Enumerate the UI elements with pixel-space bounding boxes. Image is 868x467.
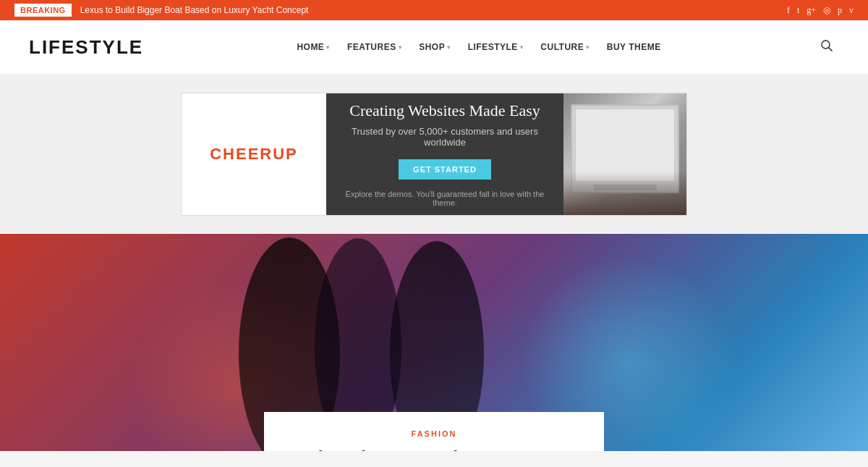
article-section: FASHION This Life Drawing Class Uses Neo…	[0, 234, 868, 451]
ad-banner: CHEERUP Creating Websites Made Easy Trus…	[181, 93, 687, 216]
article-title[interactable]: This Life Drawing Class Uses Neon Lighti…	[286, 445, 582, 451]
article-card: FASHION This Life Drawing Class Uses Neo…	[264, 412, 604, 451]
ad-content: Creating Websites Made Easy Trusted by o…	[326, 93, 563, 215]
hand-overlay	[563, 172, 686, 215]
ad-logo-panel: CHEERUP	[182, 93, 326, 215]
ad-section: CHEERUP Creating Websites Made Easy Trus…	[0, 75, 868, 234]
chevron-down-icon: ▾	[586, 44, 590, 51]
twitter-icon[interactable]: t	[797, 5, 799, 16]
cheerup-logo: CHEERUP	[210, 145, 298, 164]
nav-lifestyle[interactable]: LIFESTYLE ▾	[461, 36, 531, 58]
laptop-screen	[575, 109, 675, 182]
ad-note: Explore the demos. You'll guaranteed fal…	[341, 190, 549, 207]
social-icons: f t g+ ◎ p v	[787, 5, 854, 16]
site-logo[interactable]: LIFESTYLE	[29, 36, 143, 59]
nav-features[interactable]: FEATURES ▾	[340, 36, 409, 58]
ad-subtitle: Trusted by over 5,000+ customers and use…	[341, 126, 549, 148]
chevron-down-icon: ▾	[399, 44, 402, 51]
header: LIFESTYLE HOME ▾ FEATURES ▾ SHOP ▾ LIFES…	[0, 20, 868, 75]
instagram-icon[interactable]: ◎	[823, 5, 830, 16]
article-category[interactable]: FASHION	[286, 429, 582, 438]
ad-image-panel	[563, 93, 686, 215]
facebook-icon[interactable]: f	[787, 5, 790, 16]
chevron-down-icon: ▾	[326, 44, 330, 51]
search-button[interactable]	[814, 33, 839, 61]
nav-shop[interactable]: SHOP ▾	[412, 36, 458, 58]
breaking-bar: BREAKING Lexus to Build Bigger Boat Base…	[0, 0, 868, 20]
ad-get-started-button[interactable]: GET STARTED	[399, 159, 491, 180]
breaking-news-text[interactable]: Lexus to Build Bigger Boat Based on Luxu…	[80, 5, 787, 15]
breaking-label: BREAKING	[14, 4, 72, 17]
vimeo-icon[interactable]: v	[849, 5, 854, 16]
nav-buy-theme[interactable]: BUY THEME	[600, 36, 668, 58]
nav-home[interactable]: HOME ▾	[289, 36, 337, 58]
ad-title: Creating Websites Made Easy	[349, 101, 540, 120]
cheerup-logo-c: C	[210, 145, 223, 163]
nav-culture[interactable]: CULTURE ▾	[533, 36, 596, 58]
googleplus-icon[interactable]: g+	[807, 5, 816, 16]
pinterest-icon[interactable]: p	[838, 5, 842, 16]
ad-laptop-image	[563, 93, 686, 215]
chevron-down-icon: ▾	[447, 44, 451, 51]
chevron-down-icon: ▾	[520, 44, 524, 51]
svg-line-1	[828, 48, 832, 51]
main-nav: HOME ▾ FEATURES ▾ SHOP ▾ LIFESTYLE ▾ CUL…	[289, 36, 668, 58]
